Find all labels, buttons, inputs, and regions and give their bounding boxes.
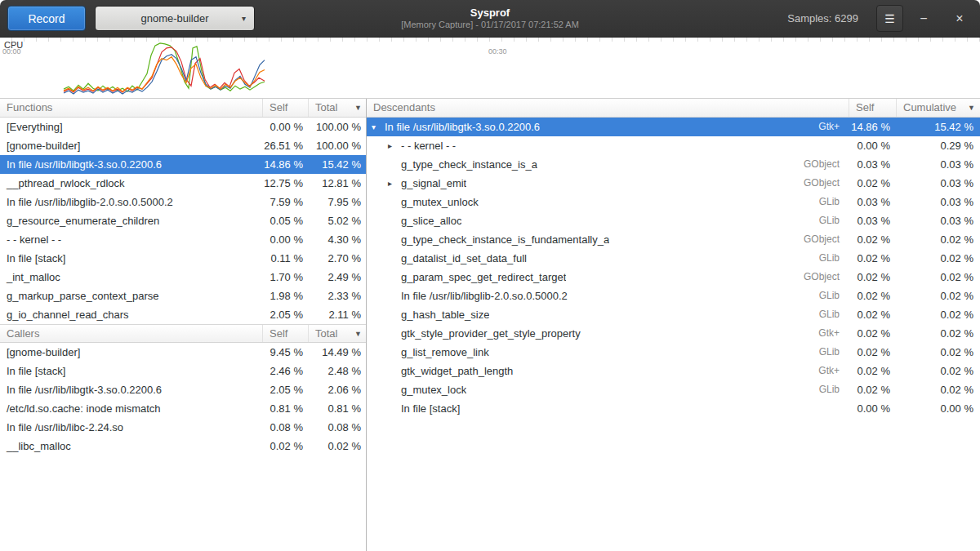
descendant-name: gtk_widget_path_length — [401, 362, 513, 380]
descendant-self-percent: 0.03 % — [849, 155, 897, 174]
callers-column-header[interactable]: Callers — [0, 325, 263, 342]
descendant-name: g_datalist_id_set_data_full — [401, 249, 527, 268]
expander-icon[interactable]: ▸ — [388, 174, 401, 193]
function-row[interactable]: - - kernel - - 0.00 % 4.30 % — [0, 230, 366, 249]
caller-total-percent: 2.06 % — [309, 380, 366, 399]
descendant-cumulative-percent: 0.00 % — [897, 399, 980, 418]
caller-self-percent: 0.81 % — [263, 399, 309, 418]
process-selector-label: gnome-builder — [140, 12, 208, 24]
expander-icon[interactable] — [388, 211, 401, 230]
descendants-table-header: Descendants Self Cumulative ▼ — [367, 99, 980, 118]
descendant-row[interactable]: g_type_check_instance_is_a GObject 0.03 … — [367, 155, 980, 174]
caller-row[interactable]: __libc_malloc 0.02 % 0.02 % — [0, 437, 366, 455]
record-button[interactable]: Record — [7, 6, 86, 31]
expander-icon[interactable] — [388, 155, 401, 174]
caller-row[interactable]: In file [stack] 2.46 % 2.48 % — [0, 362, 366, 380]
caller-row[interactable]: In file /usr/lib/libgtk-3.so.0.2200.6 2.… — [0, 380, 366, 399]
descendant-row[interactable]: In file /usr/lib/libglib-2.0.so.0.5000.2… — [367, 287, 980, 305]
descendant-self-percent: 0.00 % — [849, 399, 897, 418]
descendant-row[interactable]: g_mutex_lock GLib 0.02 % 0.02 % — [367, 380, 980, 399]
caller-row[interactable]: In file /usr/lib/libc-2.24.so 0.08 % 0.0… — [0, 418, 366, 437]
function-row[interactable]: _int_malloc 1.70 % 2.49 % — [0, 268, 366, 287]
minimize-button[interactable]: − — [910, 5, 938, 32]
expander-icon[interactable] — [388, 193, 401, 211]
descendant-name: g_slice_alloc — [401, 211, 461, 230]
function-self-percent: 2.05 % — [263, 305, 309, 324]
descendant-row[interactable]: gtk_widget_path_length Gtk+ 0.02 % 0.02 … — [367, 362, 980, 380]
function-name: __pthread_rwlock_rdlock — [0, 174, 263, 193]
menu-button[interactable]: ☰ — [876, 5, 903, 32]
window-title: Sysprof — [401, 7, 579, 20]
descendant-self-percent: 0.02 % — [849, 287, 897, 305]
descendant-row[interactable]: g_param_spec_get_redirect_target GObject… — [367, 268, 980, 287]
time-label-mid: 00:30 — [488, 47, 507, 56]
descendant-name: g_hash_table_size — [401, 305, 489, 324]
descendant-row[interactable]: In file [stack] 0.00 % 0.00 % — [367, 399, 980, 418]
function-row[interactable]: In file /usr/lib/libglib-2.0.so.0.5000.2… — [0, 193, 366, 211]
descendant-row[interactable]: g_datalist_id_set_data_full GLib 0.02 % … — [367, 249, 980, 268]
function-name: _int_malloc — [0, 268, 263, 287]
descendant-self-percent: 0.00 % — [849, 136, 897, 155]
expander-icon[interactable] — [388, 230, 401, 249]
functions-column-header[interactable]: Functions — [0, 99, 263, 117]
expander-icon[interactable] — [388, 305, 401, 324]
descendant-cumulative-percent: 0.03 % — [897, 193, 980, 211]
process-selector-dropdown[interactable]: gnome-builder ▾ — [95, 6, 255, 31]
function-row[interactable]: g_io_channel_read_chars 2.05 % 2.11 % — [0, 305, 366, 324]
expander-icon[interactable] — [388, 287, 401, 305]
function-self-percent: 0.11 % — [263, 249, 309, 268]
function-name: - - kernel - - — [0, 230, 263, 249]
function-self-percent: 26.51 % — [263, 136, 309, 155]
functions-self-column-header[interactable]: Self — [263, 99, 309, 117]
callers-total-column-header[interactable]: Total ▼ — [309, 325, 366, 342]
descendant-row[interactable]: g_slice_alloc GLib 0.03 % 0.03 % — [367, 211, 980, 230]
function-row[interactable]: g_markup_parse_context_parse 1.98 % 2.33… — [0, 287, 366, 305]
expander-icon[interactable] — [388, 268, 401, 287]
library-badge — [840, 136, 849, 155]
descendants-cumulative-column-header[interactable]: Cumulative ▼ — [897, 99, 980, 117]
expander-icon[interactable]: ▸ — [388, 136, 401, 155]
function-self-percent: 0.00 % — [263, 230, 309, 249]
caller-row[interactable]: /etc/ld.so.cache: inode mismatch 0.81 % … — [0, 399, 366, 418]
caller-total-percent: 2.48 % — [309, 362, 366, 380]
descendant-row[interactable]: gtk_style_provider_get_style_property Gt… — [367, 324, 980, 343]
descendant-self-percent: 0.03 % — [849, 211, 897, 230]
function-self-percent: 14.86 % — [263, 155, 309, 174]
expander-icon[interactable] — [388, 399, 401, 418]
function-row[interactable]: In file [stack] 0.11 % 2.70 % — [0, 249, 366, 268]
expander-icon[interactable] — [388, 380, 401, 399]
function-row[interactable]: __pthread_rwlock_rdlock 12.75 % 12.81 % — [0, 174, 366, 193]
expander-icon[interactable]: ▾ — [372, 118, 385, 136]
function-name: In file [stack] — [0, 249, 263, 268]
caller-name: /etc/ld.so.cache: inode mismatch — [0, 399, 263, 418]
descendant-row[interactable]: g_mutex_unlock GLib 0.03 % 0.03 % — [367, 193, 980, 211]
cpu-graph-area[interactable]: CPU 00:00 00:30 — [0, 38, 980, 99]
expander-icon[interactable] — [388, 362, 401, 380]
descendant-row[interactable]: ▸ g_signal_emit GObject 0.02 % 0.03 % — [367, 174, 980, 193]
descendant-cumulative-percent: 0.03 % — [897, 211, 980, 230]
function-row[interactable]: [Everything] 0.00 % 100.00 % — [0, 118, 366, 136]
functions-total-column-header[interactable]: Total ▼ — [309, 99, 366, 117]
close-button[interactable]: × — [946, 5, 973, 32]
descendant-row[interactable]: g_type_check_instance_is_fundamentally_a… — [367, 230, 980, 249]
descendant-row[interactable]: ▾ In file /usr/lib/libgtk-3.so.0.2200.6 … — [367, 118, 980, 136]
function-row[interactable]: g_resource_enumerate_children 0.05 % 5.0… — [0, 211, 366, 230]
descendant-self-percent: 0.02 % — [849, 305, 897, 324]
caller-total-percent: 0.08 % — [309, 418, 366, 437]
descendant-row[interactable]: ▸ - - kernel - - 0.00 % 0.29 % — [367, 136, 980, 155]
expander-icon[interactable] — [388, 249, 401, 268]
descendants-column-header[interactable]: Descendants — [367, 99, 849, 117]
expander-icon[interactable] — [388, 324, 401, 343]
caller-row[interactable]: [gnome-builder] 9.45 % 14.49 % — [0, 343, 366, 362]
descendant-row[interactable]: g_list_remove_link GLib 0.02 % 0.02 % — [367, 343, 980, 362]
sysprof-window: Record gnome-builder ▾ Sysprof [Memory C… — [0, 0, 980, 551]
descendant-self-percent: 0.02 % — [849, 249, 897, 268]
function-row[interactable]: [gnome-builder] 26.51 % 100.00 % — [0, 136, 366, 155]
descendants-self-column-header[interactable]: Self — [849, 99, 897, 117]
expander-icon[interactable] — [388, 343, 401, 362]
function-row[interactable]: In file /usr/lib/libgtk-3.so.0.2200.6 14… — [0, 155, 366, 174]
descendant-row[interactable]: g_hash_table_size GLib 0.02 % 0.02 % — [367, 305, 980, 324]
function-name: In file /usr/lib/libgtk-3.so.0.2200.6 — [0, 155, 263, 174]
functions-table: [Everything] 0.00 % 100.00 % [gnome-buil… — [0, 118, 366, 324]
callers-self-column-header[interactable]: Self — [263, 325, 309, 342]
